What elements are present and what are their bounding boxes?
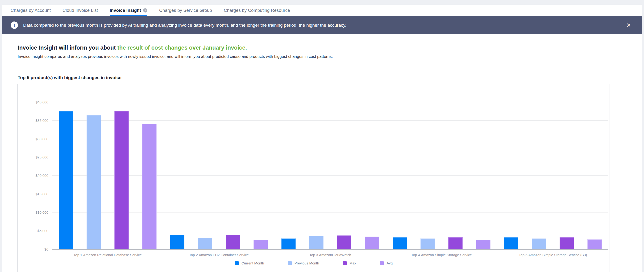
tab-label: Cloud Invoice List <box>62 8 98 13</box>
main-content: Invoice Insight will inform you about th… <box>2 34 642 272</box>
bar-max[interactable] <box>560 237 574 249</box>
y-axis-tick-label: $35,000 <box>18 118 48 122</box>
legend-item-previous-month[interactable]: Previous Month <box>288 261 319 265</box>
y-gridline <box>52 120 608 121</box>
y-axis-tick-label: $40,000 <box>18 100 48 104</box>
bar-avg[interactable] <box>142 124 156 249</box>
y-gridline <box>52 175 608 176</box>
y-gridline <box>52 102 608 102</box>
page-title-highlight: the result of cost changes over January … <box>118 44 247 51</box>
bar-avg[interactable] <box>254 240 268 249</box>
bar-current-month[interactable] <box>59 111 73 249</box>
bar-previous-month[interactable] <box>532 238 546 249</box>
y-axis-tick-label: $15,000 <box>18 192 48 196</box>
legend-swatch-icon <box>380 261 384 265</box>
bar-current-month[interactable] <box>170 235 184 249</box>
x-axis-category-label: Top 2.Amazon EC2 Container Service <box>189 253 249 257</box>
x-axis-category-label: Top 3.AmazonCloudWatch <box>310 253 351 257</box>
page-title: Invoice Insight will inform you about th… <box>18 44 642 51</box>
chart-section-title: Top 5 product(s) with biggest changes in… <box>18 75 642 80</box>
info-badge-icon[interactable]: i <box>143 8 148 13</box>
bar-current-month[interactable] <box>393 237 407 249</box>
x-axis-line <box>52 249 608 249</box>
chart-legend: Current MonthPrevious MonthMaxAvg <box>18 261 610 265</box>
x-axis-category-label: Top 4.Amazon Simple Storage Service <box>411 253 472 257</box>
tab-label: Charges by Computing Resource <box>224 8 290 13</box>
notice-banner: ! Data compared to the previous month is… <box>2 16 642 34</box>
bar-previous-month[interactable] <box>198 238 212 249</box>
tab-charges-by-computing-resource[interactable]: Charges by Computing Resource <box>224 5 290 16</box>
legend-swatch-icon <box>288 261 292 265</box>
bar-avg[interactable] <box>476 240 490 249</box>
y-axis-line <box>52 102 52 249</box>
tab-label: Charges by Account <box>10 8 51 13</box>
tab-charges-by-account[interactable]: Charges by Account <box>10 5 51 16</box>
tab-bar: Charges by Account Cloud Invoice List In… <box>2 5 642 16</box>
tab-invoice-insight[interactable]: Invoice Insight i <box>110 5 148 16</box>
y-axis-tick-label: $10,000 <box>18 210 48 214</box>
banner-message: Data compared to the previous month is p… <box>23 23 626 28</box>
close-icon[interactable]: ✕ <box>626 23 631 28</box>
bar-avg[interactable] <box>588 239 602 249</box>
x-axis-category-label: Top 1.Amazon Relational Database Service <box>74 253 142 257</box>
legend-label: Previous Month <box>294 261 319 265</box>
invoice-page: Charges by Account Cloud Invoice List In… <box>2 5 642 272</box>
y-axis-tick-label: $30,000 <box>18 137 48 141</box>
bar-max[interactable] <box>337 235 351 249</box>
bar-max[interactable] <box>114 111 129 249</box>
legend-item-avg[interactable]: Avg <box>380 261 393 265</box>
bar-previous-month[interactable] <box>420 238 435 249</box>
tab-label: Charges by Service Group <box>159 8 212 13</box>
y-gridline <box>52 212 608 212</box>
tab-cloud-invoice-list[interactable]: Cloud Invoice List <box>62 5 98 16</box>
legend-item-max[interactable]: Max <box>343 261 356 265</box>
y-axis-tick-label: $25,000 <box>18 155 48 159</box>
bar-max[interactable] <box>448 237 463 249</box>
y-gridline <box>52 231 608 231</box>
tab-label: Invoice Insight <box>110 8 141 13</box>
tab-charges-by-service-group[interactable]: Charges by Service Group <box>159 5 212 16</box>
y-gridline <box>52 157 608 157</box>
x-axis-category-label: Top 5.Amazon Simple Storage Service (S3) <box>519 253 587 257</box>
y-gridline <box>52 139 608 139</box>
legend-label: Current Month <box>242 261 264 265</box>
chart-panel: $0$5,000$10,000$15,000$20,000$25,000$30,… <box>18 84 610 272</box>
legend-label: Max <box>350 261 356 265</box>
legend-swatch-icon <box>343 261 347 265</box>
legend-label: Avg <box>386 261 393 265</box>
y-axis-tick-label: $5,000 <box>18 228 48 232</box>
y-axis-tick-label: $0 <box>18 247 48 251</box>
bar-current-month[interactable] <box>281 238 296 249</box>
page-description: Invoice Insight compares and analyzes pr… <box>18 54 642 59</box>
page-title-plain: Invoice Insight will inform you about <box>18 44 118 51</box>
bar-current-month[interactable] <box>504 237 518 249</box>
legend-swatch-icon <box>235 261 239 265</box>
bar-max[interactable] <box>226 235 240 249</box>
bar-previous-month[interactable] <box>86 115 101 249</box>
y-gridline <box>52 194 608 194</box>
bar-avg[interactable] <box>365 236 379 249</box>
y-axis-tick-label: $20,000 <box>18 174 48 178</box>
alert-icon: ! <box>10 22 18 29</box>
legend-item-current-month[interactable]: Current Month <box>235 261 264 265</box>
bar-previous-month[interactable] <box>309 236 324 249</box>
